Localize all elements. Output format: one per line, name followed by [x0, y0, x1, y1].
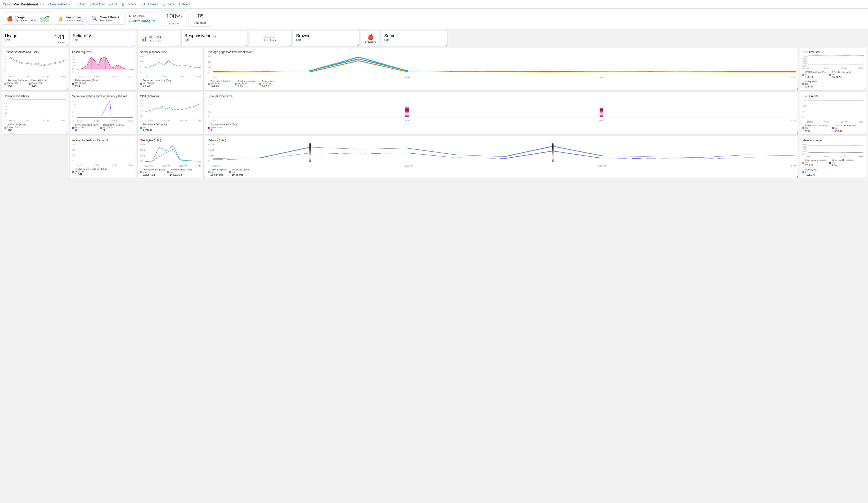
responsiveness-edit-link[interactable]: Edit	[184, 38, 216, 42]
delete-button[interactable]: 🗑 Delete	[177, 2, 192, 7]
avg-page-load-x-labels: Dec 26 AM12 PM6 PM	[213, 76, 796, 79]
browser-exceptions-card: Browser exceptions 21.510.50 Dec 26 AM12…	[205, 92, 798, 135]
charts-row-2: Average availability 100806040200 Dec 26…	[2, 92, 866, 135]
server-response-resize[interactable]	[201, 88, 203, 90]
clone-button[interactable]: 📋 Clone	[161, 2, 175, 7]
network-total-x-labels: 6:15 PM6:30 PM6:45 PM7 PM	[213, 165, 796, 167]
reliability-edit-link[interactable]: Edit	[73, 38, 91, 42]
server-response-card: Server response time 150100500 Dec 26 AM…	[137, 48, 204, 91]
cpu-time-split-legend: CPU IO wait time (Avg)tao1.89 % CPU idle…	[803, 71, 864, 88]
avg-page-load-plot	[213, 55, 796, 74]
server-response-legend: Server response time (Avg)tao of mac77.4…	[140, 79, 201, 88]
failures-resize-handle[interactable]	[177, 44, 180, 46]
server-resize-handle[interactable]	[445, 44, 447, 46]
smart-detect-title: Smart Detect...	[100, 16, 122, 19]
unique-sessions-legend: Sessions (Unique)tao of mac151 Users (Un…	[4, 79, 65, 88]
availability-test-resize[interactable]	[133, 176, 136, 179]
memory-usage-plot	[808, 143, 864, 153]
app-insights-icon: 🍎	[6, 15, 13, 22]
disk-bytes-plot	[145, 143, 201, 162]
browser-resize-handle[interactable]	[357, 44, 359, 46]
cpu-average-resize[interactable]	[201, 132, 203, 134]
title-dropdown-icon[interactable]: ▾	[40, 3, 41, 6]
server-exceptions-resize[interactable]	[133, 132, 136, 134]
browser-edit-link[interactable]: Edit	[296, 38, 312, 42]
usage-edit-link[interactable]: Edit	[5, 38, 17, 42]
failed-requests-resize[interactable]	[133, 88, 136, 90]
cpu-average-svg	[145, 99, 201, 117]
responsiveness-resize-handle[interactable]	[245, 44, 247, 46]
live-stream-label: ▶ Live Stream	[129, 15, 144, 17]
avg-availability-svg	[10, 99, 65, 117]
cpu-credits-legend: CPU Credits Consumed...tao0.02 CPU Credi…	[803, 124, 864, 132]
cpu-credits-card: CPU Credits 150100500 Dec 26 AM12 PM6 PM	[800, 92, 866, 135]
smart-detect-icon: 🔍	[91, 15, 98, 22]
browsers-tile: 🍎 Browsers	[361, 31, 380, 47]
app-map-icon: 🗺	[197, 13, 203, 19]
network-total-card: Network (total) 2.5MB1.5MB500kb0B	[205, 136, 798, 179]
unique-sessions-y-labels: 1086420	[4, 55, 9, 73]
performance-resize-handle[interactable]	[289, 44, 291, 46]
upload-button[interactable]: ↑ Upload	[73, 2, 87, 7]
avg-availability-resize[interactable]	[65, 132, 68, 134]
charts-row-1: Unique sessions and users 1086420 Dec 26…	[2, 48, 866, 91]
failures-sub: tao of mac	[149, 39, 162, 42]
avg-availability-card: Average availability 100806040200 Dec 26…	[2, 92, 68, 135]
browser-exceptions-plot	[213, 99, 796, 117]
avg-page-load-resize[interactable]	[796, 88, 798, 90]
download-button[interactable]: ↓ Download	[88, 2, 106, 7]
disk-bytes-y-labels: 50MB30MB10MB0B	[140, 143, 145, 162]
smart-detect-tile[interactable]: 🔍 Smart Detect... tao of mac	[87, 13, 125, 25]
alerts-tile[interactable]: 🔔 tao of mac Alerts (classic)	[54, 13, 86, 25]
disk-bytes-resize[interactable]	[201, 176, 203, 179]
cpu-time-split-x-labels: Dec 26 AM12 PM6 PM	[807, 67, 864, 69]
percentage-tile[interactable]: 100% tao of mac	[161, 10, 187, 27]
cpu-average-x-labels: 6:15 PM6:30 PM6:45 PM7 PM	[145, 120, 201, 122]
avg-availability-x-labels: Dec 26 AM12 PM6 PM	[9, 120, 65, 122]
failures-section-header: 📊 Failures tao of mac	[137, 31, 180, 47]
failed-requests-x-labels: Dec 26 AM12 PM6 PM	[77, 76, 133, 78]
server-exceptions-svg	[78, 99, 133, 118]
edit-button[interactable]: ✏ Edit	[107, 2, 118, 7]
new-dashboard-button[interactable]: + New dashboard	[46, 2, 71, 7]
dashboard: Usage Edit 141 Users Reliability Edit 📊 …	[0, 29, 868, 181]
browsers-resize-handle[interactable]	[377, 44, 380, 46]
memory-usage-card: Memory Usage 80%60%40%20%0%	[800, 136, 866, 179]
network-total-resize[interactable]	[796, 176, 798, 179]
avg-page-load-legend: Page load network co...tao of mac541.87 …	[208, 80, 796, 88]
server-response-svg	[145, 55, 201, 73]
unique-sessions-svg	[10, 55, 65, 73]
browser-section-header: Browser Edit	[293, 31, 359, 47]
disk-bytes-title: Disk bytes (total)	[140, 139, 201, 142]
click-to-configure[interactable]: Click to configure	[129, 19, 155, 23]
app-insights-tile[interactable]: 🍎 Usage Application Insights	[3, 12, 52, 25]
cpu-credits-resize[interactable]	[864, 132, 866, 134]
live-stream-tile[interactable]: ▶ Live Stream Click to configure	[126, 12, 159, 25]
reliability-title: Reliability	[73, 33, 91, 38]
availability-test-svg	[78, 143, 133, 162]
empty-placeholder	[2, 136, 68, 179]
browser-exceptions-resize[interactable]	[796, 132, 798, 134]
failed-requests-legend: Failed requests (Sum)tao of mac284	[72, 79, 133, 88]
server-edit-link[interactable]: Edit	[384, 38, 397, 42]
avg-availability-title: Average availability	[4, 94, 65, 98]
cpu-time-split-resize[interactable]	[864, 88, 866, 90]
browsers-icon: 🍎	[367, 34, 374, 40]
smart-detect-sub: tao of mac	[100, 19, 122, 22]
percent-value: 100%	[166, 12, 182, 20]
memory-usage-legend: Mem. percent availab...tao20.4 % Mem. us…	[803, 159, 864, 176]
usage-resize-handle[interactable]	[65, 44, 68, 46]
memory-usage-svg	[808, 143, 864, 153]
app-map-tile[interactable]: 🗺 App map	[188, 11, 212, 27]
memory-usage-resize[interactable]	[864, 176, 866, 179]
avg-availability-plot	[10, 99, 65, 117]
network-total-svg	[213, 143, 796, 162]
fullscreen-button[interactable]: ⛶ Full screen	[139, 2, 159, 7]
unshare-button[interactable]: 🔓 Unshare	[120, 2, 138, 7]
cpu-credits-plot	[808, 99, 864, 118]
unique-sessions-resize[interactable]	[65, 88, 68, 90]
server-exceptions-legend: Server exceptions (Sum)tao of mac0 Depen…	[72, 124, 133, 132]
app-insights-title: Usage	[16, 16, 38, 19]
reliability-resize-handle[interactable]	[133, 44, 136, 46]
network-total-legend: Network In (Sum)tao110.84 MB Network Out…	[208, 169, 796, 176]
